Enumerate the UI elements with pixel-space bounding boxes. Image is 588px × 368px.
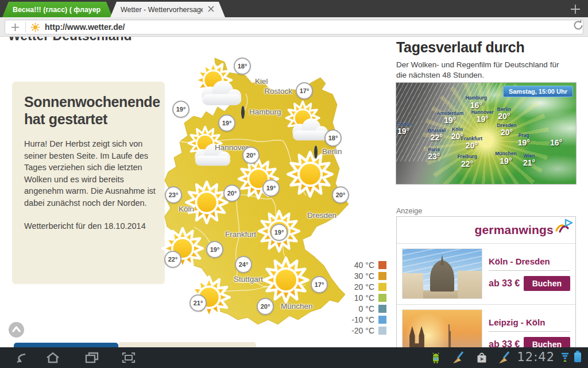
temperature-bubble: 23° — [165, 186, 182, 204]
film-city-london: London19° — [396, 122, 412, 136]
divider — [489, 331, 570, 332]
temperature-bubble: 19° — [270, 224, 288, 241]
film-city-name: Berlin — [497, 107, 511, 112]
article-dateline: Wetterbericht für den 18.10.2014 — [24, 220, 158, 232]
film-city-name: München — [495, 151, 516, 156]
film-city-name: Prag — [519, 133, 529, 138]
daycourse-title: Tagesverlauf durch — [396, 39, 524, 56]
android-icon[interactable] — [431, 352, 441, 366]
city-dot-icon — [314, 145, 318, 159]
recents-icon[interactable] — [84, 351, 100, 367]
film-city-freiburg: Freiburg22° — [457, 154, 477, 168]
tablet-screen: Весна!!! (гласс) ( флауер ) - Ту... Wett… — [0, 0, 588, 368]
film-city-name: Freiburg — [457, 154, 477, 159]
ad-photo-dresden — [402, 248, 482, 299]
film-city-name: Brussel — [428, 128, 446, 133]
plus-icon[interactable] — [5, 22, 25, 32]
temperature-bubble: 22° — [164, 251, 181, 268]
legend-swatch — [378, 305, 386, 313]
film-city-name: Dresden — [497, 123, 516, 128]
tab-wetter[interactable]: Wetter - Wettervorhersage ... — [110, 2, 225, 17]
broom-icon[interactable] — [497, 351, 512, 367]
legend-row: -10 °C — [348, 315, 386, 325]
ad-price-row: ab 33 €Buchen — [489, 337, 570, 347]
ad-label: Anzeige — [396, 207, 422, 215]
weather-film-preview[interactable]: Samstag, 15:00 Uhr London19°Amsterdam19°… — [396, 83, 576, 184]
ad-route-label: Köln - Dresden — [489, 256, 570, 266]
city-label: Hamburg — [249, 108, 281, 116]
adchoices-icon[interactable] — [564, 218, 574, 230]
temperature-bubble: 17° — [311, 276, 328, 293]
tab-title: Wetter - Wettervorhersage ... — [121, 6, 203, 14]
film-city-temp: 20° — [498, 112, 510, 120]
germany-weather-map[interactable]: KielRostockHamburgHannoverBerlinKölnDres… — [160, 49, 352, 339]
tab-title: Весна!!! (гласс) ( флауер ) - Ту... — [13, 6, 102, 14]
city-label: Rostock — [264, 87, 292, 95]
sun-icon — [26, 22, 45, 32]
booking-button[interactable]: Buchen — [524, 337, 570, 347]
temperature-bubble: 19° — [172, 101, 189, 118]
back-icon[interactable] — [11, 351, 29, 367]
legend-row: 20 °C — [348, 282, 386, 292]
film-city-berlin: Berlin20° — [497, 107, 511, 121]
home-icon[interactable] — [45, 351, 61, 367]
data-transfer-icon — [560, 352, 570, 366]
reload-icon[interactable] — [572, 19, 585, 34]
city-label: Stuttgart — [234, 275, 263, 283]
ad-price-row: ab 33 €Buchen — [489, 276, 570, 291]
broom-icon[interactable] — [451, 351, 466, 367]
playstore-icon[interactable] — [475, 351, 488, 366]
film-city-münchen: München19° — [495, 151, 516, 165]
sun-icon — [288, 152, 332, 197]
booking-button[interactable]: Buchen — [524, 276, 570, 291]
legend-label: 20 °C — [348, 282, 374, 292]
sun-icon — [264, 258, 308, 302]
legend-row: 40 °C — [348, 260, 386, 270]
legend-row: 0 °C — [348, 304, 386, 314]
sun-icon — [186, 182, 227, 223]
film-city-temp: 20° — [466, 141, 478, 150]
ad-offer-info: Köln - Dresdenab 33 €Buchen — [489, 248, 570, 299]
film-city-frankfurt: Frankfurt20° — [461, 136, 482, 150]
legend-row: -20 °C — [348, 325, 386, 336]
legend-label: 40 °C — [348, 260, 374, 270]
city-marker-ring — [241, 108, 245, 118]
ad-offer-info: Leipzig - Kölnab 33 €Buchen — [489, 309, 570, 347]
article-body: Hurra! Der Herbst zeigt sich von seiner … — [24, 138, 158, 209]
tab-vesna[interactable]: Весна!!! (гласс) ( флауер ) - Ту... — [2, 2, 113, 17]
screenshot-icon[interactable] — [121, 351, 137, 367]
legend-label: 10 °C — [348, 293, 374, 302]
webpage-viewport: Wetter Deutschland Sonnenwochenende hat … — [0, 37, 588, 347]
temperature-bubble: 21° — [189, 294, 207, 312]
legend-label: -20 °C — [348, 326, 374, 335]
status-clock[interactable]: 12:42 — [517, 350, 555, 364]
film-city-temp: 22° — [431, 133, 443, 141]
film-city-hannover: Hannover19° — [471, 110, 494, 124]
city-label: München — [281, 302, 313, 310]
film-city-temp: 21° — [523, 159, 535, 167]
temperature-bubble: 20° — [332, 186, 349, 204]
divider — [489, 270, 570, 271]
close-icon[interactable] — [207, 5, 215, 14]
url-input[interactable]: http://www.wetter.de/ — [5, 20, 583, 34]
germanwings-ad[interactable]: germanwings Köln - Dresdenab 33 €BuchenL… — [396, 216, 576, 347]
temperature-bubble: 19° — [206, 241, 223, 258]
film-city-name: London — [396, 122, 412, 127]
ad-offer-row[interactable]: Köln - Dresdenab 33 €Buchen — [397, 243, 575, 304]
film-city-amsterdam: Amsterdam19° — [437, 111, 464, 125]
film-city: 16° — [550, 138, 562, 147]
legend-swatch — [378, 261, 386, 269]
temperature-bubble: 19° — [262, 179, 280, 197]
film-city-temp: 19° — [518, 139, 530, 147]
ad-offer-row[interactable]: Leipzig - Kölnab 33 €Buchen — [397, 304, 575, 347]
page-element-fragment — [118, 342, 256, 347]
new-tab-button[interactable] — [568, 2, 582, 16]
film-city-temp: 16° — [470, 101, 482, 109]
weather-article-card: Sonnenwochenende hat gestartet Hurra! De… — [12, 82, 165, 284]
legend-label: 0 °C — [348, 304, 374, 313]
scroll-to-top-button[interactable] — [9, 322, 24, 338]
legend-label: 30 °C — [348, 271, 374, 281]
film-city-brussel: Brussel22° — [428, 128, 446, 142]
city-dot-icon — [241, 106, 245, 119]
daycourse-subtitle: Der Wolken- und Regenfilm für Deutschlan… — [396, 60, 568, 80]
